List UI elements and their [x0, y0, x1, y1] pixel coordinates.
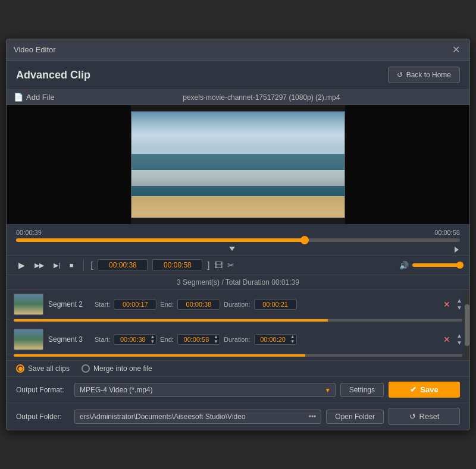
- segment-3-bar: [14, 354, 462, 357]
- fast-forward-button[interactable]: ▶▶: [32, 260, 46, 270]
- segment-3-end[interactable]: 00:00:58 ▲ ▼: [177, 334, 220, 345]
- back-home-icon: ↺: [397, 71, 403, 79]
- start-label-2: Start:: [95, 301, 110, 308]
- segment-3-duration[interactable]: 00:00:20 ▲ ▼: [254, 334, 297, 345]
- settings-button[interactable]: Settings: [340, 383, 384, 397]
- play-button[interactable]: ▶: [16, 259, 27, 271]
- reset-button[interactable]: ↺ Reset: [389, 408, 460, 425]
- segment-3-start-arrows: ▲ ▼: [150, 335, 155, 344]
- toolbar-row: 📄 Add File pexels-movie-channet-17517297…: [7, 90, 469, 105]
- save-icon: ✔: [410, 385, 416, 394]
- format-select[interactable]: MPEG-4 Video (*.mp4): [74, 383, 336, 397]
- scissors-icon[interactable]: ✂: [227, 260, 234, 270]
- sort-down-3[interactable]: ▼: [456, 340, 462, 346]
- segment-2-start: 00:00:17: [114, 299, 156, 310]
- save-all-label: Save all clips: [28, 364, 70, 373]
- segment-2-times: Start: 00:00:17 End: 00:00:38 Duration: …: [95, 299, 436, 310]
- open-folder-button[interactable]: Open Folder: [326, 410, 384, 424]
- save-label: Save: [420, 385, 438, 394]
- end-label-3: End:: [160, 336, 174, 343]
- close-button[interactable]: ✕: [450, 44, 462, 55]
- folder-path-text: ers\Administrator\Documents\Aiseesoft St…: [80, 413, 305, 421]
- window-title: Video Editor: [14, 45, 56, 54]
- video-sand: [131, 196, 345, 218]
- save-options-row: Save all clips Merge into one file: [7, 361, 469, 377]
- segments-list: Segment 2 Start: 00:00:17 End: 00:00:38 …: [7, 290, 469, 361]
- scrollbar-thumb[interactable]: [465, 304, 469, 347]
- folder-path-display: ers\Administrator\Documents\Aiseesoft St…: [74, 410, 321, 424]
- save-button[interactable]: ✔ Save: [389, 382, 460, 398]
- back-home-button[interactable]: ↺ Back to Home: [388, 67, 460, 83]
- segment-3-end-arrows: ▲ ▼: [214, 335, 218, 344]
- segment-info-text: 3 Segment(s) / Total Duration 00:01:39: [177, 278, 299, 287]
- controls-row: ▶ ▶▶ ▶| ■ [ ] 🎞 ✂ 🔊: [7, 256, 469, 275]
- segment-3-start[interactable]: 00:00:38 ▲ ▼: [114, 334, 156, 345]
- video-waves: [131, 170, 345, 186]
- add-file-button[interactable]: 📄 Add File: [14, 93, 55, 102]
- segment-3-name: Segment 3: [48, 335, 90, 344]
- video-preview: [131, 111, 345, 218]
- timeline-area: 00:00:39 00:00:58: [7, 224, 469, 256]
- save-all-option[interactable]: Save all clips: [16, 364, 70, 373]
- segment-3-thumb: [14, 329, 43, 350]
- merge-radio[interactable]: [82, 364, 90, 373]
- segment-info: 3 Segment(s) / Total Duration 00:01:39: [7, 275, 469, 290]
- volume-icon: 🔊: [399, 261, 409, 270]
- reset-icon: ↺: [409, 412, 416, 421]
- progress-track[interactable]: [16, 238, 460, 242]
- sort-up-3[interactable]: ▲: [456, 333, 462, 339]
- scrollbar[interactable]: [465, 290, 469, 360]
- segment-3-duration-arrows: ▲ ▼: [290, 335, 295, 344]
- time-labels: 00:00:39 00:00:58: [16, 229, 460, 236]
- sort-down-2[interactable]: ▼: [456, 305, 462, 311]
- segment-2-end: 00:00:38: [177, 299, 220, 310]
- video-left-padding: [7, 105, 131, 224]
- trim-handle-right[interactable]: [455, 247, 459, 253]
- header-row: Advanced Clip ↺ Back to Home: [7, 61, 469, 90]
- output-folder-row: Output Folder: ers\Administrator\Documen…: [7, 403, 469, 430]
- filename-label: pexels-movie-channet-17517297 (1080p) (2…: [61, 93, 462, 102]
- merge-option[interactable]: Merge into one file: [82, 364, 152, 373]
- stop-button[interactable]: ■: [67, 260, 76, 270]
- main-window: Video Editor ✕ Advanced Clip ↺ Back to H…: [6, 39, 470, 430]
- bracket-left: [: [91, 260, 93, 270]
- add-file-icon: 📄: [14, 93, 23, 102]
- time-in-input[interactable]: [102, 261, 143, 269]
- time-end: 00:00:58: [434, 229, 460, 236]
- film-icon[interactable]: 🎞: [214, 260, 223, 270]
- folder-label: Output Folder:: [16, 413, 70, 421]
- segment-2-sort[interactable]: ▲ ▼: [456, 298, 462, 311]
- title-bar: Video Editor ✕: [7, 39, 469, 61]
- video-right-padding: [345, 105, 469, 224]
- time-out-group[interactable]: [152, 259, 202, 271]
- segment-3-times: Start: 00:00:38 ▲ ▼ End: 00:00:58 ▲ ▼: [95, 334, 436, 345]
- volume-track[interactable]: [412, 263, 460, 267]
- segment-3-sort[interactable]: ▲ ▼: [456, 333, 462, 346]
- save-all-radio[interactable]: [16, 364, 24, 373]
- bracket-right: ]: [207, 260, 209, 270]
- progress-fill: [16, 238, 305, 242]
- volume-thumb[interactable]: [456, 262, 464, 269]
- segment-2-close[interactable]: ✕: [443, 300, 450, 309]
- segment-2-bar: [14, 319, 462, 322]
- time-in-group[interactable]: [98, 259, 148, 271]
- progress-thumb[interactable]: [300, 236, 309, 244]
- segment-2-thumb: [14, 294, 43, 315]
- segment-2-name: Segment 2: [48, 300, 90, 309]
- output-format-row: Output Format: MPEG-4 Video (*.mp4) ▼ Se…: [7, 377, 469, 403]
- separator-1: [83, 259, 84, 271]
- time-out-input[interactable]: [156, 261, 198, 269]
- volume-area: 🔊: [399, 261, 460, 270]
- volume-fill: [412, 263, 460, 267]
- segment-3-close[interactable]: ✕: [443, 335, 450, 344]
- folder-dots-button[interactable]: •••: [309, 413, 317, 421]
- back-home-label: Back to Home: [406, 71, 451, 79]
- video-area: [7, 105, 469, 224]
- trim-handle-left[interactable]: [229, 247, 235, 251]
- format-label: Output Format:: [16, 386, 70, 394]
- start-label-3: Start:: [95, 336, 110, 343]
- step-forward-button[interactable]: ▶|: [51, 260, 62, 270]
- time-start: 00:00:39: [16, 229, 42, 236]
- sort-up-2[interactable]: ▲: [456, 298, 462, 304]
- table-row: Segment 3 Start: 00:00:38 ▲ ▼ End: 00:00…: [7, 325, 469, 354]
